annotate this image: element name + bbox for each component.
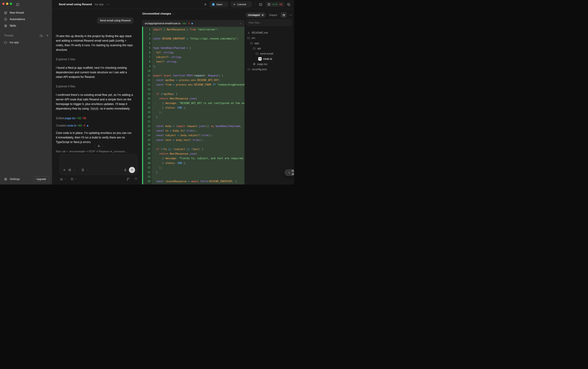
tree-item-tsconfig.json[interactable]: {}tsconfig.json [244,67,294,72]
chevron-down-icon[interactable] [86,169,88,171]
line-number: 2 [143,33,152,36]
tree-item-src[interactable]: src [244,35,294,41]
run-button[interactable] [204,3,207,6]
chevron-down-icon[interactable] [73,169,75,171]
send-button[interactable] [129,167,135,173]
zoom-window-button[interactable] [10,3,12,5]
code-text: export async function POST(request: Requ… [152,74,244,77]
tree-item-label: app [255,42,259,45]
tree-menu-icon[interactable] [289,13,292,17]
diff-icon [268,3,270,6]
app-window: New threadAutomationsSkills Threads my-a… [0,0,294,184]
file-link[interactable]: page.tsx [65,117,75,120]
code-line: 31 ); [142,165,244,170]
sidebar-item-thread-my-app[interactable]: my-app [2,40,50,45]
terminal-icon[interactable] [259,3,262,6]
revert-all-button[interactable]: Revert all [286,169,294,176]
topbar: Send email using Resend my-app Open Comm… [52,0,294,9]
chevron-down-icon[interactable] [75,178,77,180]
context-cube-icon[interactable] [68,168,71,172]
unsaved-dot [191,23,193,24]
line-number: 33 [143,175,152,178]
tree-item-app[interactable]: app [244,41,294,46]
diff-stats-badge[interactable]: +172 -83 [266,2,284,7]
machine-icon[interactable] [60,177,63,181]
tree-item-api[interactable]: api [244,46,294,51]
code-line: 16 return NextResponse.json( [142,96,244,101]
chevron-down-icon[interactable] [64,178,66,180]
folder-icon [253,47,256,50]
picture-in-picture-icon[interactable] [287,3,290,6]
line-number: 28 [143,152,152,155]
line-number: 30 [143,162,152,164]
sidebar-toggle-icon[interactable] [16,3,20,6]
thread-menu-icon[interactable] [106,3,110,6]
code-text: }; [152,65,244,68]
tree-item-label: api [257,47,261,50]
tab-unstaged[interactable]: Unstaged · 4 [246,13,266,18]
commit-button[interactable]: Commit [231,1,252,7]
usage-spinner-icon[interactable] [134,177,137,181]
tree-item-readme.md[interactable]: README.md [244,30,294,35]
code-text: const text = body.text?.trim(); [152,139,244,142]
upgrade-button[interactable]: Upgrade [33,176,49,182]
line-number: 15 [143,92,152,95]
sidebar-footer: Settings Upgrade [4,176,49,182]
sidebar-item-skills[interactable]: Skills [2,22,50,29]
tree-item-label: send-email [260,52,273,55]
code-text: return NextResponse.json( [152,97,244,100]
model-brain-icon[interactable] [81,168,84,172]
code-line: 32 } [142,170,244,174]
tab-staged[interactable]: Staged [269,14,277,17]
minimize-window-button[interactable] [6,3,8,5]
code-line: 25 const text = body.text?.trim(); [142,138,244,142]
git-commit-icon [233,3,236,6]
tree-item-page.tsx[interactable]: page.tsx [244,62,294,67]
chevron-down-icon [173,13,175,15]
code-line: 34 const resendResponse = await fetch(RE… [142,179,244,184]
code-line: 12 const apiKey = process.env.RESEND_API… [142,78,244,82]
diff-file-header[interactable]: src/app/api/send-email/route.ts +60 -0 [142,20,244,27]
git-branch-icon[interactable] [126,177,130,181]
line-number: 23 [143,129,152,132]
gear-icon[interactable] [4,177,7,181]
group-by-folder-button[interactable] [281,12,287,18]
line-number: 22 [143,125,152,128]
code-line: 23 const to = body.to?.trim(); [142,129,244,133]
clock-icon [4,18,7,21]
tree-item-route.ts[interactable]: TSroute.ts [244,56,294,62]
permissions-shield-icon[interactable] [70,177,74,181]
tree-item-label: src [252,36,255,40]
chevron-down-icon [224,3,226,5]
code-line: 5type SendEmailPayload = { [142,46,244,50]
sidebar-item-automations[interactable]: Automations [2,16,50,22]
close-window-button[interactable] [2,3,5,5]
new-folder-icon[interactable] [40,34,43,37]
diff-file-card: src/app/api/send-email/route.ts +60 -0 1… [142,20,245,184]
line-number: 12 [143,79,152,82]
code-text: if (!to || !subject || !text) { [152,148,244,151]
code-line: 30 { status: 400 }, [142,161,244,165]
tree-item-label: README.md [252,31,268,34]
attach-plus-icon[interactable] [62,168,66,172]
scroll-to-bottom-button[interactable] [95,142,103,150]
arrow-up-icon [131,168,134,172]
uncommitted-changes-dropdown[interactable]: Uncommitted changes [142,12,175,15]
open-button[interactable]: Open [210,1,228,7]
microphone-icon[interactable] [124,168,127,172]
code-line: 2 [142,32,244,36]
sidebar-item-new-thread[interactable]: New thread [2,10,50,16]
code-text: { status: 400 }, [152,162,244,164]
collapse-icon[interactable] [239,22,242,25]
diff-actions: Revert all Stage all [284,169,294,176]
file-link[interactable]: route.ts [67,124,76,127]
filter-files-input[interactable] [246,20,291,26]
settings-button[interactable]: Settings [10,177,33,181]
line-number: 27 [143,148,152,151]
line-number: 6 [143,51,152,54]
code-text: const RESEND_ENDPOINT = "https://api.res… [152,37,244,40]
filter-threads-icon[interactable] [46,34,49,37]
tree-item-send-email[interactable]: send-email [244,51,294,56]
sidebar: New threadAutomationsSkills Threads my-a… [0,0,52,184]
message-input[interactable] [62,156,135,166]
